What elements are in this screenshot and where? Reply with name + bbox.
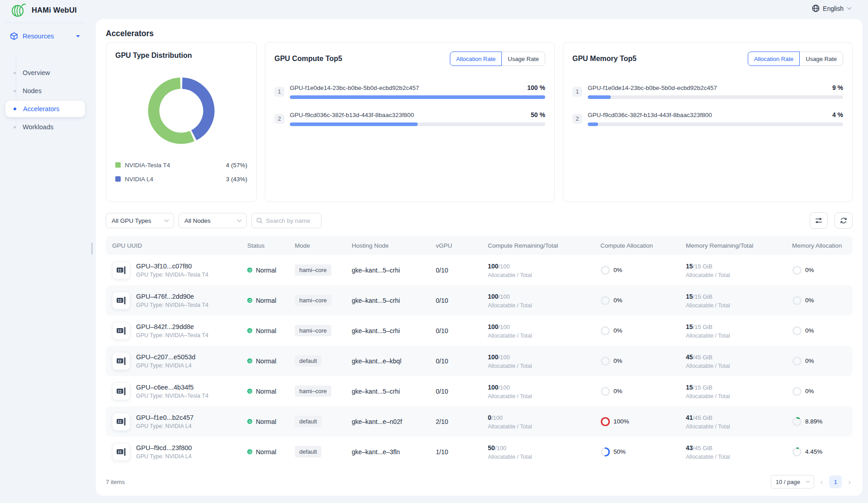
memory-allocation-ring xyxy=(792,265,802,275)
hosting-node: gke–kant...5–crhi xyxy=(350,297,436,304)
sidebar-item-overview[interactable]: Overview xyxy=(5,65,85,81)
column-settings-icon xyxy=(815,217,822,224)
status-dot xyxy=(247,328,252,333)
gpu-card-icon xyxy=(116,266,126,275)
compute-remaining: 50 xyxy=(488,444,495,451)
legend-value: 3 (43%) xyxy=(226,176,247,183)
language-switcher[interactable]: English xyxy=(812,5,852,12)
compute-allocation-ring xyxy=(600,326,610,336)
gpu-uuid[interactable]: GPU–c6ee...4b34f5 xyxy=(136,384,208,391)
sidebar-item-accelerators[interactable]: Accelerators xyxy=(5,101,85,117)
table-row[interactable]: GPU–f9cd...23f800GPU Type: NVIDIA L4Norm… xyxy=(106,437,853,467)
rank-badge: 2 xyxy=(572,114,582,124)
sidebar-item-label: Workloads xyxy=(23,123,53,131)
sidebar-item-label: Nodes xyxy=(23,87,42,94)
gpu-type: GPU Type: NVIDIA L4 xyxy=(136,423,193,429)
gpu-uuid[interactable]: GPU–f1e0...b2c457 xyxy=(136,414,193,421)
gpu-card-icon xyxy=(116,326,126,335)
legend-row[interactable]: NVIDIA L4 3 (43%) xyxy=(115,173,247,185)
donut-slice-1[interactable] xyxy=(182,83,209,135)
gpu-type-distribution-card: GPU Type Distribution NVIDIA-Tesla T4 4 … xyxy=(106,42,257,202)
gpu-uuid[interactable]: GPU–3f10...c07f80 xyxy=(136,263,208,270)
compute-remaining: 100 xyxy=(488,323,498,330)
refresh-button[interactable] xyxy=(835,212,853,229)
main-content: Accelerators GPU Type Distribution NVIDI… xyxy=(96,19,863,496)
vgpu-value: 0/10 xyxy=(436,327,488,334)
language-label: English xyxy=(823,5,844,12)
table-row[interactable]: GPU–c6ee...4b34f5GPU Type: NVIDIA–Tesla … xyxy=(106,376,853,406)
hami-logo-icon xyxy=(11,2,26,18)
donut-slice-0[interactable] xyxy=(154,83,192,138)
gpu-compute-top5-card: GPU Compute Top5 Allocation Rate Usage R… xyxy=(265,42,555,202)
memory-total: /45 GiB xyxy=(693,414,712,421)
prev-page-button[interactable]: ‹ xyxy=(819,478,825,486)
hosting-node: gke–kant...5–crhi xyxy=(350,267,436,274)
gpu-uuid[interactable]: GPU–f9cd...23f800 xyxy=(136,444,192,451)
rank-badge: 1 xyxy=(572,87,582,97)
search-input[interactable] xyxy=(266,217,316,224)
usage-rate-tab[interactable]: Usage Rate xyxy=(799,52,843,66)
legend-label: NVIDIA L4 xyxy=(125,176,226,183)
gpu-uuid[interactable]: GPU–842f...29dd8e xyxy=(136,323,208,330)
rate-value: 9 % xyxy=(832,84,843,91)
next-page-button[interactable]: › xyxy=(846,478,853,486)
nav-dot xyxy=(14,90,16,92)
gpu-type: GPU Type: NVIDIA–Tesla T4 xyxy=(136,272,208,278)
memory-remaining: 15 xyxy=(686,384,693,391)
memory-remaining: 15 xyxy=(686,293,693,300)
table-row[interactable]: GPU–c207...e5053dGPU Type: NVIDIA L4Norm… xyxy=(106,346,853,376)
status-label: Normal xyxy=(256,297,276,304)
nav-dot xyxy=(14,126,16,128)
allocation-rate-tab[interactable]: Allocation Rate xyxy=(748,52,800,66)
gpu-uuid[interactable]: GPU–476f...2dd90e xyxy=(136,293,208,300)
sidebar-item-workloads[interactable]: Workloads xyxy=(5,119,85,135)
usage-rate-tab[interactable]: Usage Rate xyxy=(501,52,545,66)
globe-icon xyxy=(812,5,820,12)
allocatable-total-label: Allocatable / Total xyxy=(488,272,599,278)
memory-total: /15 GiB xyxy=(693,293,712,300)
column-header-memory-allocation: Memory Allocation xyxy=(791,242,853,249)
column-header-gpu-uuid: GPU UUID xyxy=(106,242,241,249)
node-select[interactable]: All Nodes xyxy=(179,213,247,228)
compute-remaining: 100 xyxy=(488,353,498,361)
hosting-node: gke–kant...e–n02f xyxy=(350,418,436,425)
items-count: 7 items xyxy=(106,479,125,485)
gpu-thumbnail xyxy=(112,413,130,431)
memory-total: /15 GiB xyxy=(693,324,712,330)
compute-allocation-ring xyxy=(600,356,610,366)
vgpu-value: 2/10 xyxy=(436,418,488,425)
gpu-type: GPU Type: NVIDIA L4 xyxy=(136,362,195,369)
table-row[interactable]: GPU–842f...29dd8eGPU Type: NVIDIA–Tesla … xyxy=(106,315,853,346)
compute-allocation-value: 0% xyxy=(613,297,623,304)
allocatable-total-label: Allocatable / Total xyxy=(488,423,599,430)
compute-allocation-ring xyxy=(600,447,610,457)
rate-value: 50 % xyxy=(531,111,545,118)
gpu-thumbnail xyxy=(112,261,130,279)
table-row[interactable]: GPU–476f...2dd90eGPU Type: NVIDIA–Tesla … xyxy=(106,285,853,315)
table-header: GPU UUID Status Mode Hosting Node vGPU C… xyxy=(106,236,853,255)
sidebar-section-resources[interactable]: Resources xyxy=(5,29,85,43)
column-settings-button[interactable] xyxy=(810,212,828,229)
column-header-vgpu: vGPU xyxy=(436,242,488,249)
vgpu-value: 0/10 xyxy=(436,297,488,304)
page-size-select[interactable]: 10 / page xyxy=(771,475,814,489)
compute-remaining: 100 xyxy=(488,293,498,300)
top5-item: 2GPU-f9cd036c-382f-b13d-443f-8baac323f80… xyxy=(274,111,545,126)
top5-item: 1GPU-f1e0de14-23bc-b0be-5b0d-ecbd92b2c45… xyxy=(274,84,545,99)
top5-list: 1GPU-f1e0de14-23bc-b0be-5b0d-ecbd92b2c45… xyxy=(572,84,843,126)
gpu-uuid[interactable]: GPU–c207...e5053d xyxy=(136,353,195,361)
allocation-rate-tab[interactable]: Allocation Rate xyxy=(450,52,502,66)
legend-row[interactable]: NVIDIA-Tesla T4 4 (57%) xyxy=(115,159,247,171)
table-row[interactable]: GPU–f1e0...b2c457GPU Type: NVIDIA L4Norm… xyxy=(106,406,853,437)
memory-remaining: 41 xyxy=(686,414,693,421)
table-row[interactable]: GPU–3f10...c07f80GPU Type: NVIDIA–Tesla … xyxy=(106,255,853,285)
gpu-type: GPU Type: NVIDIA–Tesla T4 xyxy=(136,393,208,399)
sidebar-item-nodes[interactable]: Nodes xyxy=(5,83,85,99)
current-page[interactable]: 1 xyxy=(829,475,842,488)
card-title: GPU Memory Top5 xyxy=(572,55,637,63)
gpu-type-select[interactable]: All GPU Types xyxy=(106,213,174,228)
vgpu-value: 0/10 xyxy=(436,267,488,274)
scrollbar-thumb[interactable] xyxy=(91,243,93,254)
compute-allocation-value: 0% xyxy=(613,388,623,395)
card-title: GPU Type Distribution xyxy=(115,52,247,60)
